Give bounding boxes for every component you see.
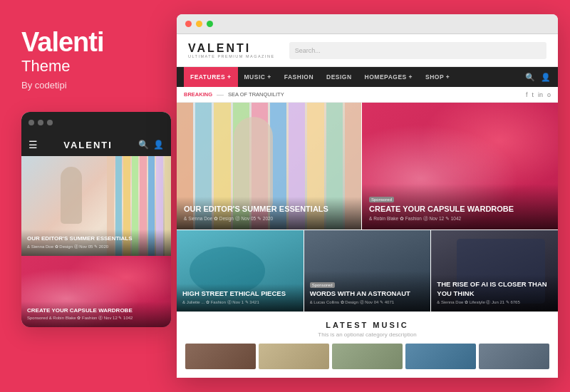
hero-card2-sponsored: Sponsored xyxy=(369,197,394,202)
hero-card1-overlay: OUR EDITOR'S SUMMER ESSENTIALS & Sienna … xyxy=(177,197,361,229)
mobile-card2-title: CREATE YOUR CAPSULE WARDROBE xyxy=(27,307,165,314)
bottom-card1-meta: & Juliette ... ✿ Fashion ⓓ Nov 1 ✎ 3421 xyxy=(182,299,298,306)
breaking-label: BREAKING xyxy=(184,91,212,98)
nav-item-shop[interactable]: SHOP + xyxy=(419,67,456,87)
mobile-hero-overlay: OUR EDITOR'S SUMMER ESSENTIALS & Sienna … xyxy=(21,229,171,256)
nav-item-music[interactable]: MUSIC + xyxy=(238,67,278,87)
bottom-card3-meta: & Sienna Doe ✿ Lifestyle ⓓ Jun 21 ✎ 6765 xyxy=(437,299,552,306)
browser-search-placeholder: Search... xyxy=(295,47,321,54)
bottom-card2-meta: & Lucas Collins ✿ Design ⓓ Nov 04 ✎ 4071 xyxy=(310,299,425,306)
mobile-navbar: ☰ VALENTI 🔍 👤 xyxy=(21,133,171,156)
twitter-icon[interactable]: t xyxy=(532,91,534,98)
content-area: OUR EDITOR'S SUMMER ESSENTIALS & Sienna … xyxy=(177,103,558,378)
bottom-grid: HIGH STREET ETHICAL PIECES & Juliette ..… xyxy=(177,229,558,311)
music-thumb-1 xyxy=(185,344,256,369)
top-grid: OUR EDITOR'S SUMMER ESSENTIALS & Sienna … xyxy=(177,103,558,229)
instagram-icon[interactable]: in xyxy=(538,91,543,98)
youtube-icon[interactable]: o xyxy=(547,91,551,98)
music-thumb-4 xyxy=(405,344,476,369)
nav-item-homepages[interactable]: HOMEPAGES + xyxy=(358,67,419,87)
hero-card-1: OUR EDITOR'S SUMMER ESSENTIALS & Sienna … xyxy=(177,103,362,229)
nav-item-design[interactable]: DESIGN xyxy=(320,67,358,87)
browser-logo-text: VALENTI xyxy=(188,43,275,54)
chrome-dot-close[interactable] xyxy=(185,21,192,27)
music-thumb-2 xyxy=(259,344,329,369)
hero-card2-title: CREATE YOUR CAPSULE WARDROBE xyxy=(369,204,551,214)
mobile-card2-overlay: CREATE YOUR CAPSULE WARDROBE Sponsored &… xyxy=(21,301,171,327)
bottom-card1-title: HIGH STREET ETHICAL PIECES xyxy=(182,289,298,298)
music-section-desc: This is an optional category description xyxy=(318,331,416,338)
chrome-dot-minimize[interactable] xyxy=(196,21,202,27)
mobile-chrome-bar xyxy=(21,112,171,133)
mobile-hero-title: OUR EDITOR'S SUMMER ESSENTIALS xyxy=(27,235,165,242)
music-thumbnails xyxy=(185,344,549,369)
browser-panel: VALENTI ULTIMATE PREMIUM MAGAZINE Search… xyxy=(177,14,558,378)
bottom-card-2: Sponsored WORDS WITH AN ASTRONAUT & Luca… xyxy=(304,230,432,311)
search-icon[interactable]: 🔍 xyxy=(525,73,535,82)
social-icons: f t in o xyxy=(526,91,551,98)
music-section: LATEST MUSIC This is an optional categor… xyxy=(177,311,558,378)
browser-logo-area: VALENTI ULTIMATE PREMIUM MAGAZINE xyxy=(188,43,275,58)
hero-figure xyxy=(234,117,273,210)
breaking-bar: BREAKING — SEA OF TRANQUILITY f t in o xyxy=(177,87,558,103)
mobile-logo: VALENTI xyxy=(63,140,113,150)
mobile-search-icon: 🔍 xyxy=(138,140,149,150)
mobile-dot-2 xyxy=(38,120,43,125)
mobile-hero-image: OUR EDITOR'S SUMMER ESSENTIALS & Sienna … xyxy=(21,156,171,256)
bottom-card2-sponsored: Sponsored xyxy=(310,282,335,288)
hero-card1-meta: & Sienna Doe ✿ Design ⓓ Nov 05 ✎ 2020 xyxy=(184,216,354,222)
user-icon[interactable]: 👤 xyxy=(541,73,551,82)
hero-card2-overlay: Sponsored CREATE YOUR CAPSULE WARDROBE &… xyxy=(362,184,558,229)
hero-card1-title: OUR EDITOR'S SUMMER ESSENTIALS xyxy=(184,204,354,214)
bottom-card-1: HIGH STREET ETHICAL PIECES & Juliette ..… xyxy=(177,230,304,311)
brand-title: Valenti xyxy=(21,29,104,56)
mobile-card2: CREATE YOUR CAPSULE WARDROBE Sponsored &… xyxy=(21,256,171,327)
nav-item-features[interactable]: FEATURES + xyxy=(184,67,238,87)
mobile-dot-3 xyxy=(47,120,53,125)
breaking-separator: — xyxy=(217,91,224,98)
bottom-card2-title: WORDS WITH AN ASTRONAUT xyxy=(310,289,425,298)
music-thumb-5 xyxy=(479,344,549,369)
browser-search-bar[interactable]: Search... xyxy=(289,42,546,59)
mobile-card2-meta: Sponsored & Robin Blake ✿ Fashion ⓓ Nov … xyxy=(27,315,165,321)
mobile-dot-1 xyxy=(28,120,34,125)
brand-subtitle: Theme xyxy=(21,57,70,76)
facebook-icon[interactable]: f xyxy=(526,91,528,98)
hero-card2-meta: & Robin Blake ✿ Fashion ⓓ Nov 12 ✎ 1042 xyxy=(369,216,551,222)
mobile-preview: ☰ VALENTI 🔍 👤 OUR EDITOR'S SUMMER ESS xyxy=(21,112,171,327)
hero-card-2: Sponsored CREATE YOUR CAPSULE WARDROBE &… xyxy=(362,103,558,229)
bottom-card-3: THE RISE OF AI IS CLOSER THAN YOU THINK … xyxy=(431,230,558,311)
browser-chrome xyxy=(177,14,558,34)
bottom-card1-overlay: HIGH STREET ETHICAL PIECES & Juliette ..… xyxy=(177,284,304,311)
left-panel: Valenti Theme By codetipi ☰ VALENTI 🔍 👤 xyxy=(0,0,177,392)
music-thumb-3 xyxy=(332,344,403,369)
music-section-title: LATEST MUSIC xyxy=(326,321,408,329)
bottom-card3-overlay: THE RISE OF AI IS CLOSER THAN YOU THINK … xyxy=(431,274,558,311)
nav-item-fashion[interactable]: FASHION xyxy=(278,67,320,87)
mobile-hamburger-icon: ☰ xyxy=(28,139,38,150)
brand-by: By codetipi xyxy=(21,80,67,91)
browser-nav: FEATURES + MUSIC + FASHION DESIGN HOMEPA… xyxy=(177,67,558,87)
mobile-nav-icons: 🔍 👤 xyxy=(138,140,164,150)
breaking-text: SEA OF TRANQUILITY xyxy=(228,91,284,98)
bottom-card3-title: THE RISE OF AI IS CLOSER THAN YOU THINK xyxy=(437,280,552,298)
mobile-hero-figure xyxy=(61,167,82,224)
mobile-user-icon: 👤 xyxy=(153,140,164,150)
browser-logo-sub: ULTIMATE PREMIUM MAGAZINE xyxy=(188,54,275,58)
nav-icons: 🔍 👤 xyxy=(525,73,551,82)
bottom-card2-overlay: Sponsored WORDS WITH AN ASTRONAUT & Luca… xyxy=(304,271,431,311)
browser-site-header: VALENTI ULTIMATE PREMIUM MAGAZINE Search… xyxy=(177,34,558,67)
chrome-dot-maximize[interactable] xyxy=(207,21,213,27)
mobile-hero-meta: & Sienna Doe ✿ Design ⓓ Nov 05 ✎ 2020 xyxy=(27,244,165,250)
